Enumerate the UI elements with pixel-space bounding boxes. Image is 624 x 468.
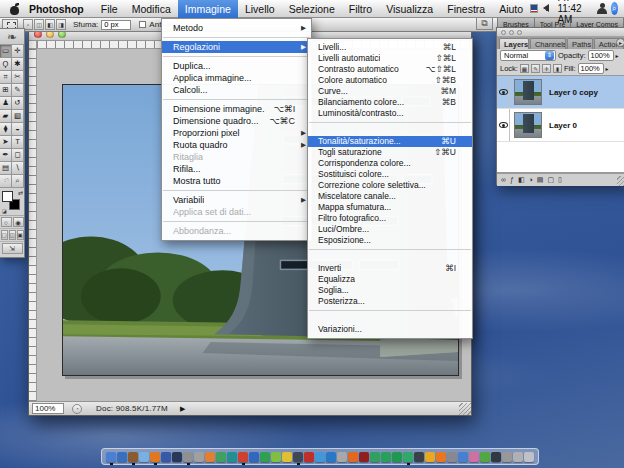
- tool-button[interactable]: ▰: [0, 110, 12, 123]
- dock-icon[interactable]: [513, 452, 523, 462]
- tool-button[interactable]: ⧫: [0, 123, 12, 136]
- lock-button[interactable]: ✛: [542, 64, 551, 73]
- tool-button[interactable]: ✛: [12, 45, 24, 58]
- app-menu-photoshop[interactable]: Photoshop: [22, 0, 94, 18]
- dock-icon[interactable]: [403, 452, 413, 462]
- dock-icon[interactable]: [315, 452, 325, 462]
- status-proxy-icon[interactable]: ◔: [72, 404, 82, 414]
- dock-icon[interactable]: [414, 452, 424, 462]
- immagine-menu-item[interactable]: Applica immagine... ▶: [162, 72, 311, 84]
- palette-tab[interactable]: Channels: [530, 38, 566, 49]
- tool-button[interactable]: ✱: [12, 58, 24, 71]
- selection-mode-button[interactable]: ◧: [45, 19, 55, 30]
- regolazioni-menu-item[interactable]: Esposizione... ▶: [308, 235, 472, 246]
- dock-icon[interactable]: [238, 452, 248, 462]
- dock-icon[interactable]: [447, 452, 457, 462]
- dock-icon[interactable]: [359, 452, 369, 462]
- feather-input[interactable]: [101, 20, 131, 30]
- tool-button[interactable]: ✒: [0, 149, 12, 162]
- immagine-menu-item[interactable]: Applica set di dati... ▶: [162, 206, 311, 218]
- menu-bar-item[interactable]: Selezione: [282, 0, 342, 18]
- regolazioni-menu-item[interactable]: Colore automatico ⇧⌘B ▶: [308, 75, 472, 86]
- regolazioni-menu-item[interactable]: Bilanciamento colore... ⌘B ▶: [308, 97, 472, 108]
- dock-icon[interactable]: [502, 452, 512, 462]
- regolazioni-menu-item[interactable]: Sostituisci colore... ▶: [308, 169, 472, 180]
- fill-field[interactable]: 100%: [578, 63, 604, 74]
- dock-icon[interactable]: [139, 452, 149, 462]
- immagine-menu-item[interactable]: ▶: [163, 221, 310, 222]
- regolazioni-menu-item[interactable]: Togli saturazione ⇧⌘U ▶: [308, 147, 472, 158]
- tool-button[interactable]: ▭: [0, 45, 12, 58]
- standard-screen-button[interactable]: ▢: [1, 230, 8, 240]
- dock-icon[interactable]: [337, 452, 347, 462]
- palette-title-bar[interactable]: [497, 28, 624, 37]
- swap-colors-icon[interactable]: ⇄: [18, 189, 23, 196]
- menu-bar-item[interactable]: Finestra: [440, 0, 492, 18]
- regolazioni-menu-item[interactable]: Tonalità/saturazione... ⌘U ▶: [308, 136, 472, 147]
- dock-icon[interactable]: [381, 452, 391, 462]
- tool-button[interactable]: T: [12, 136, 24, 149]
- menu-bar-item[interactable]: Livello: [238, 0, 282, 18]
- lock-button[interactable]: ▦: [520, 64, 529, 73]
- menu-bar-item[interactable]: Aiuto: [492, 0, 530, 18]
- immagine-menu-item[interactable]: Ruota quadro ▶: [162, 139, 311, 151]
- dock-icon[interactable]: [491, 452, 501, 462]
- immagine-menu-item[interactable]: Dimensione immagine... ⌥⌘I ▶: [162, 103, 311, 115]
- palette-tab[interactable]: Layers: [499, 38, 529, 49]
- regolazioni-menu-item[interactable]: Luminosità/contrasto... ▶: [308, 108, 472, 119]
- dock-icon[interactable]: [282, 452, 292, 462]
- regolazioni-menu-item[interactable]: Luci/Ombre... ▶: [308, 224, 472, 235]
- regolazioni-menu-item[interactable]: Corrispondenza colore... ▶: [308, 158, 472, 169]
- immagine-menu-item[interactable]: Variabili ▶: [162, 194, 311, 206]
- dock-icon[interactable]: [524, 452, 534, 462]
- quick-mask-mode-button[interactable]: ◉: [13, 217, 24, 227]
- dock-icon[interactable]: [216, 452, 226, 462]
- tool-button[interactable]: ✎: [12, 84, 24, 97]
- palette-zoom-button[interactable]: [517, 30, 522, 35]
- dock-icon[interactable]: [348, 452, 358, 462]
- immagine-menu-item[interactable]: Calcoli... ▶: [162, 84, 311, 96]
- apple-menu-icon[interactable]: [8, 3, 16, 15]
- tool-button[interactable]: ▧: [12, 110, 24, 123]
- opacity-arrow-icon[interactable]: ▸: [616, 52, 619, 59]
- regolazioni-menu-item[interactable]: Livelli... ⌘L ▶: [308, 42, 472, 53]
- tool-button[interactable]: ✂: [12, 71, 24, 84]
- dock-icon[interactable]: [425, 452, 435, 462]
- immagine-menu-item[interactable]: Metodo ▶: [162, 22, 311, 34]
- menu-bar-item[interactable]: Filtro: [342, 0, 379, 18]
- dock-icon[interactable]: [304, 452, 314, 462]
- jump-to-imageready-button[interactable]: ⇲: [2, 243, 23, 254]
- regolazioni-menu-item[interactable]: Posterizza... ▶: [308, 296, 472, 307]
- spotlight-icon[interactable]: ⌕: [611, 2, 618, 15]
- dock-icon[interactable]: [326, 452, 336, 462]
- dock-icon[interactable]: [227, 452, 237, 462]
- tool-button[interactable]: ⌗: [0, 71, 12, 84]
- palette-bottom-icon[interactable]: ▢: [547, 174, 554, 186]
- tool-button[interactable]: ⌕: [12, 175, 24, 188]
- layer-thumbnail[interactable]: [514, 79, 542, 105]
- opacity-field[interactable]: 100%: [588, 50, 614, 61]
- dock-icon[interactable]: [271, 452, 281, 462]
- tool-button[interactable]: ↺: [12, 97, 24, 110]
- input-language-flag-icon[interactable]: [530, 4, 538, 13]
- regolazioni-menu-item[interactable]: ▶: [309, 249, 471, 260]
- palette-close-button[interactable]: [501, 30, 506, 35]
- regolazioni-menu-item[interactable]: Filtro fotografico... ▶: [308, 213, 472, 224]
- dock-icon[interactable]: [161, 452, 171, 462]
- regolazioni-menu-item[interactable]: Contrasto automatico ⌥⇧⌘L ▶: [308, 64, 472, 75]
- zoom-level-field[interactable]: 100%: [32, 403, 64, 414]
- immagine-menu-item[interactable]: Proporzioni pixel ▶: [162, 127, 311, 139]
- full-screen-button[interactable]: ▣: [17, 230, 24, 240]
- regolazioni-menu-item[interactable]: ▶: [309, 310, 471, 321]
- layer-row[interactable]: Layer 0: [497, 109, 624, 142]
- tool-button[interactable]: ➤: [0, 136, 12, 149]
- menu-bar-clock[interactable]: Fri 11:42 AM: [557, 0, 589, 25]
- anti-alias-checkbox[interactable]: [139, 21, 146, 28]
- regolazioni-menu-item[interactable]: Equalizza ▶: [308, 274, 472, 285]
- volume-icon[interactable]: [545, 4, 550, 13]
- menu-bar-item[interactable]: File: [94, 0, 125, 18]
- immagine-menu-item[interactable]: Duplica... ▶: [162, 60, 311, 72]
- palette-bottom-icon[interactable]: ▤: [537, 174, 544, 186]
- dock-icon[interactable]: [128, 452, 138, 462]
- palette-bottom-icon[interactable]: ▯: [558, 174, 562, 186]
